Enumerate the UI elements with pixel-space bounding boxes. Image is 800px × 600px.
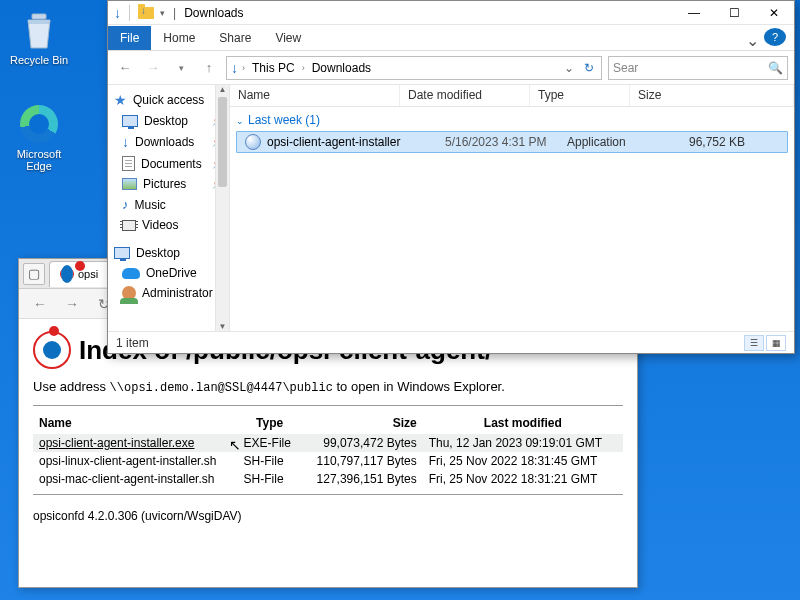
scrollbar-thumb[interactable]: [218, 97, 227, 187]
ribbon-expand-button[interactable]: ⌄: [740, 31, 764, 50]
sidebar-item-administrator[interactable]: Administrator: [108, 283, 229, 303]
group-header[interactable]: ⌄Last week (1): [230, 107, 794, 129]
file-link: opsi-mac-client-agent-installer.sh: [33, 470, 238, 488]
back-button[interactable]: ←: [114, 57, 136, 79]
scroll-down-icon[interactable]: ▼: [216, 322, 229, 331]
desktop-icon-edge[interactable]: Microsoft Edge: [4, 104, 74, 172]
file-type: SH-File: [238, 452, 302, 470]
desktop-icon-label: Recycle Bin: [4, 54, 74, 66]
file-row[interactable]: opsi-client-agent-installer 5/16/2023 4:…: [236, 131, 788, 153]
titlebar[interactable]: ↓ ▾ | Downloads — ☐ ✕: [108, 1, 794, 25]
monitor-icon: [122, 115, 138, 127]
directory-listing-table: Name Type Size Last modified opsi-client…: [33, 412, 623, 488]
navigation-pane: ★ Quick access Desktop📌 ↓Downloads📌 Docu…: [108, 85, 230, 331]
sidebar-label: Music: [135, 198, 166, 212]
window-title: Downloads: [184, 6, 243, 20]
unc-path: \\opsi.demo.lan@SSL@4447\public: [110, 381, 333, 395]
address-bar[interactable]: ↓ › This PC › Downloads ⌄ ↻: [226, 56, 602, 80]
new-tab-button[interactable]: ▢: [23, 263, 45, 285]
col-modified[interactable]: Last modified: [423, 412, 623, 434]
col-type[interactable]: Type: [238, 412, 302, 434]
file-modified: Fri, 25 Nov 2022 18:31:45 GMT: [423, 452, 623, 470]
table-row[interactable]: opsi-linux-client-agent-installer.sh SH-…: [33, 452, 623, 470]
file-modified: Fri, 25 Nov 2022 18:31:21 GMT: [423, 470, 623, 488]
details-view-button[interactable]: ☰: [744, 335, 764, 351]
page-instruction: Use address \\opsi.demo.lan@SSL@4447\pub…: [33, 379, 623, 395]
forward-button[interactable]: →: [63, 296, 81, 312]
chevron-down-icon[interactable]: ▾: [160, 8, 165, 18]
file-size: 99,073,472 Bytes: [302, 434, 423, 452]
minimize-button[interactable]: —: [674, 1, 714, 25]
back-button[interactable]: ←: [31, 296, 49, 312]
column-date[interactable]: Date modified: [400, 85, 530, 106]
sidebar-label: Pictures: [143, 177, 186, 191]
group-label: Last week (1): [248, 113, 320, 127]
divider: [33, 494, 623, 495]
sidebar-quick-access[interactable]: ★ Quick access: [108, 89, 229, 111]
sidebar-label: Desktop: [144, 114, 188, 128]
sidebar-label: Downloads: [135, 135, 194, 149]
down-arrow-icon: ↓: [114, 5, 121, 21]
maximize-button[interactable]: ☐: [714, 1, 754, 25]
ribbon-tab-share[interactable]: Share: [207, 26, 263, 50]
column-name[interactable]: Name: [230, 85, 400, 106]
sidebar-item-videos[interactable]: Videos: [108, 215, 229, 235]
desktop-icon-label: Microsoft Edge: [4, 148, 74, 172]
sidebar-item-documents[interactable]: Documents📌: [108, 153, 229, 174]
table-row[interactable]: opsi-client-agent-installer.exe EXE-File…: [33, 434, 623, 452]
col-size[interactable]: Size: [302, 412, 423, 434]
instr-suffix: to open in Windows Explorer.: [336, 379, 504, 394]
address-dropdown-button[interactable]: ⌄: [561, 61, 577, 75]
sidebar-desktop-group[interactable]: Desktop: [108, 243, 229, 263]
help-button[interactable]: ?: [764, 28, 786, 46]
sidebar-item-music[interactable]: ♪Music: [108, 194, 229, 215]
table-row[interactable]: opsi-mac-client-agent-installer.sh SH-Fi…: [33, 470, 623, 488]
scroll-up-icon[interactable]: ▲: [216, 85, 229, 94]
file-size: 96,752 KB: [657, 135, 785, 149]
server-footer: opsiconfd 4.2.0.306 (uvicorn/WsgiDAV): [33, 509, 623, 523]
column-size[interactable]: Size: [630, 85, 794, 106]
sidebar-item-downloads[interactable]: ↓Downloads📌: [108, 131, 229, 153]
up-button[interactable]: ↑: [198, 57, 220, 79]
address-bar-row: ← → ▾ ↑ ↓ › This PC › Downloads ⌄ ↻ Sear…: [108, 51, 794, 85]
close-button[interactable]: ✕: [754, 1, 794, 25]
pictures-icon: [122, 178, 137, 190]
file-type: EXE-File: [238, 434, 302, 452]
file-size: 110,797,117 Bytes: [302, 452, 423, 470]
sidebar-label: Quick access: [133, 93, 204, 107]
divider: [33, 405, 623, 406]
sidebar-item-onedrive[interactable]: OneDrive: [108, 263, 229, 283]
desktop-icon-recycle-bin[interactable]: Recycle Bin: [4, 10, 74, 66]
file-name: opsi-client-agent-installer: [267, 135, 400, 149]
ribbon-tab-home[interactable]: Home: [151, 26, 207, 50]
video-icon: [122, 220, 136, 231]
search-box[interactable]: Sear 🔍: [608, 56, 788, 80]
breadcrumb-segment[interactable]: Downloads: [307, 59, 376, 77]
sidebar-item-pictures[interactable]: Pictures📌: [108, 174, 229, 194]
ribbon-tab-view[interactable]: View: [263, 26, 313, 50]
file-list-pane: Name Date modified Type Size ⌄Last week …: [230, 85, 794, 331]
column-type[interactable]: Type: [530, 85, 630, 106]
breadcrumb-segment[interactable]: This PC: [247, 59, 300, 77]
forward-button[interactable]: →: [142, 57, 164, 79]
chevron-right-icon[interactable]: ›: [242, 63, 245, 73]
sidebar-label: Administrator: [142, 286, 213, 300]
opsi-icon: [60, 267, 74, 281]
chevron-right-icon[interactable]: ›: [302, 63, 305, 73]
ribbon: File Home Share View ⌄ ?: [108, 25, 794, 51]
sidebar-item-desktop[interactable]: Desktop📌: [108, 111, 229, 131]
user-icon: [122, 286, 136, 300]
down-arrow-icon: ↓: [229, 60, 240, 76]
col-name[interactable]: Name: [33, 412, 238, 434]
refresh-button[interactable]: ↻: [579, 61, 599, 75]
recycle-bin-icon: [19, 10, 59, 50]
thumbnails-view-button[interactable]: ▦: [766, 335, 786, 351]
recent-locations-button[interactable]: ▾: [170, 57, 192, 79]
ribbon-tab-file[interactable]: File: [108, 26, 151, 50]
explorer-window: ↓ ▾ | Downloads — ☐ ✕ File Home Share Vi…: [107, 0, 795, 354]
file-date: 5/16/2023 4:31 PM: [439, 135, 561, 149]
sidebar-scrollbar[interactable]: ▲ ▼: [215, 85, 229, 331]
file-link: opsi-client-agent-installer.exe: [33, 434, 238, 452]
status-bar: 1 item ☰ ▦: [108, 331, 794, 353]
table-header-row: Name Type Size Last modified: [33, 412, 623, 434]
